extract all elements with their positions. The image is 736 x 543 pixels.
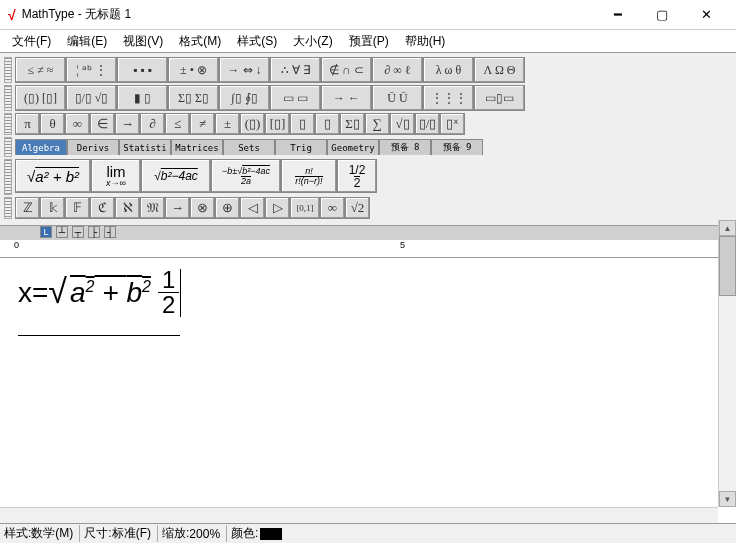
template-sums[interactable]: Σ▯ Σ▯	[168, 85, 219, 111]
tpl-sum[interactable]: Σ▯	[340, 113, 365, 135]
tpl-sup[interactable]: ▯ˣ	[440, 113, 465, 135]
template-fracs[interactable]: ▯/▯ √▯	[66, 85, 117, 111]
template-matrix[interactable]: ⋮⋮⋮	[423, 85, 474, 111]
tabmode-left[interactable]: L	[40, 226, 52, 238]
tabmode-5[interactable]: ┤	[104, 226, 116, 238]
toolbar-gripper[interactable]	[4, 197, 12, 219]
tabmode-4[interactable]: ├	[88, 226, 100, 238]
tab-trig[interactable]: Trig	[275, 139, 327, 155]
palette-operators[interactable]: ± • ⊗	[168, 57, 219, 83]
palette-settheory[interactable]: ∉ ∩ ⊂	[321, 57, 372, 83]
vertical-scrollbar[interactable]: ▲ ▼	[718, 220, 736, 507]
equation-canvas[interactable]: x= √ a2 + b2 1 2	[0, 258, 736, 498]
sym-partial[interactable]: ∂	[140, 113, 165, 135]
sym-Z[interactable]: ℤ	[15, 197, 40, 219]
sym-in[interactable]: ∈	[90, 113, 115, 135]
menu-format[interactable]: 格式(M)	[171, 31, 229, 52]
template-underover[interactable]: ▭ ▭	[270, 85, 321, 111]
tab-sets[interactable]: Sets	[223, 139, 275, 155]
template-bars[interactable]: Ū Ū	[372, 85, 423, 111]
tpl-combination[interactable]: n!r!(n−r)!	[281, 159, 337, 193]
template-integrals[interactable]: ∫▯ ∮▯	[219, 85, 270, 111]
sym-sqrt2[interactable]: √2	[345, 197, 370, 219]
menu-help[interactable]: 帮助(H)	[397, 31, 454, 52]
sym-otimes[interactable]: ⊗	[190, 197, 215, 219]
tab-algebra[interactable]: Algebra	[15, 139, 67, 155]
tpl-frac[interactable]: ▯/▯	[415, 113, 440, 135]
palette-relations[interactable]: ≤ ≠ ≈	[15, 57, 66, 83]
maximize-button[interactable]: ▢	[640, 1, 684, 29]
sym-pm[interactable]: ±	[215, 113, 240, 135]
palette-logic[interactable]: ∴ ∀ ∃	[270, 57, 321, 83]
tpl-sqrt[interactable]: √▯	[390, 113, 415, 135]
menu-size[interactable]: 大小(Z)	[285, 31, 340, 52]
tpl-slot2[interactable]: ▯	[315, 113, 340, 135]
status-zoom-value[interactable]: 200%	[189, 527, 220, 541]
tab-reserve9[interactable]: 预备 9	[431, 139, 483, 155]
sym-ne[interactable]: ≠	[190, 113, 215, 135]
toolbar-gripper[interactable]	[4, 57, 12, 83]
toolbar-gripper[interactable]	[4, 159, 12, 195]
tab-geometry[interactable]: Geometry	[327, 139, 379, 155]
palette-greek-lower[interactable]: λ ω θ	[423, 57, 474, 83]
scroll-up-icon[interactable]: ▲	[719, 220, 736, 236]
scrollbar-thumb[interactable]	[719, 236, 736, 296]
sym-aleph[interactable]: ℵ	[115, 197, 140, 219]
sym-rarrow[interactable]: →	[165, 197, 190, 219]
sym-theta[interactable]: θ	[40, 113, 65, 135]
sym-M[interactable]: 𝔐	[140, 197, 165, 219]
menu-view[interactable]: 视图(V)	[115, 31, 171, 52]
tpl-pythag[interactable]: √a² + b²	[15, 159, 91, 193]
sym-ltri[interactable]: ◁	[240, 197, 265, 219]
menu-style[interactable]: 样式(S)	[229, 31, 285, 52]
scroll-down-icon[interactable]: ▼	[719, 491, 736, 507]
tpl-slot1[interactable]: ▯	[290, 113, 315, 135]
toolbar-gripper[interactable]	[4, 113, 12, 135]
status-size-value[interactable]: 标准(F)	[112, 525, 151, 542]
tab-matrices[interactable]: Matrices	[171, 139, 223, 155]
sym-infty2[interactable]: ∞	[320, 197, 345, 219]
sym-C[interactable]: ℭ	[90, 197, 115, 219]
sym-interval[interactable]: [0,1]	[290, 197, 320, 219]
palette-greek-upper[interactable]: Λ Ω Θ	[474, 57, 525, 83]
sym-le[interactable]: ≤	[165, 113, 190, 135]
toolbar-gripper[interactable]	[4, 137, 12, 157]
sym-oplus[interactable]: ⊕	[215, 197, 240, 219]
palette-misc[interactable]: ∂ ∞ ℓ	[372, 57, 423, 83]
minimize-button[interactable]: ━	[596, 1, 640, 29]
ruler[interactable]: 0 5	[0, 240, 736, 258]
tabmode-3[interactable]: ┬	[72, 226, 84, 238]
tpl-bracket[interactable]: [▯]	[265, 113, 290, 135]
tpl-discriminant[interactable]: √b²−4ac	[141, 159, 211, 193]
tabmode-2[interactable]: ┴	[56, 226, 68, 238]
tpl-half[interactable]: 1/22	[337, 159, 377, 193]
tab-stats[interactable]: Statisti	[119, 139, 171, 155]
palette-embellish[interactable]: ▪ ▪ ▪	[117, 57, 168, 83]
menu-edit[interactable]: 编辑(E)	[59, 31, 115, 52]
template-arrows[interactable]: → ←	[321, 85, 372, 111]
toolbar-gripper[interactable]	[4, 85, 12, 111]
palette-spaces[interactable]: ¦ ᵃᵇ ⋮	[66, 57, 117, 83]
tpl-paren[interactable]: (▯)	[240, 113, 265, 135]
template-fences[interactable]: (▯) [▯]	[15, 85, 66, 111]
status-style-value[interactable]: 数学(M)	[31, 525, 73, 542]
menu-file[interactable]: 文件(F)	[4, 31, 59, 52]
tpl-bigsum[interactable]: ∑	[365, 113, 390, 135]
palette-arrows[interactable]: → ⇔ ↓	[219, 57, 270, 83]
sym-pi[interactable]: π	[15, 113, 40, 135]
template-subsup[interactable]: ▮ ▯	[117, 85, 168, 111]
tpl-limit[interactable]: limx→∞	[91, 159, 141, 193]
menu-prefs[interactable]: 预置(P)	[341, 31, 397, 52]
status-color-swatch[interactable]	[260, 528, 282, 540]
close-button[interactable]: ✕	[684, 1, 728, 29]
sym-k[interactable]: 𝕜	[40, 197, 65, 219]
sym-arrow[interactable]: →	[115, 113, 140, 135]
tpl-quadratic[interactable]: −b±√b²−4ac2a	[211, 159, 281, 193]
app-logo: √	[8, 7, 16, 23]
tab-reserve8[interactable]: 预备 8	[379, 139, 431, 155]
sym-rtri[interactable]: ▷	[265, 197, 290, 219]
sym-infty[interactable]: ∞	[65, 113, 90, 135]
template-box[interactable]: ▭▯▭	[474, 85, 525, 111]
sym-F[interactable]: 𝔽	[65, 197, 90, 219]
tab-derivs[interactable]: Derivs	[67, 139, 119, 155]
